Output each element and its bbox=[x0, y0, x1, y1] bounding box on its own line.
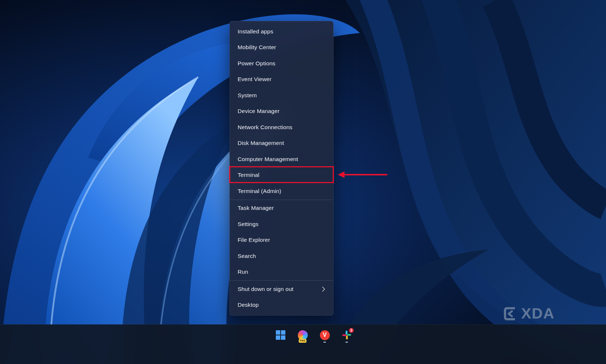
start-button[interactable] bbox=[272, 327, 289, 343]
winx-menu: Installed appsMobility CenterPower Optio… bbox=[230, 21, 333, 316]
menu-item-file-explorer[interactable]: File Explorer bbox=[230, 232, 333, 248]
menu-item-computer-management[interactable]: Computer Management bbox=[230, 151, 333, 167]
menu-item-search[interactable]: Search bbox=[230, 248, 333, 264]
menu-item-terminal[interactable]: Terminal bbox=[230, 167, 333, 183]
taskbar-icon-group: PRE V 3 bbox=[272, 327, 355, 343]
menu-item-run[interactable]: Run bbox=[230, 264, 333, 280]
slack-notification-badge: 3 bbox=[348, 327, 354, 334]
menu-item-label: Terminal (Admin) bbox=[238, 188, 327, 194]
copilot-pre-badge: PRE bbox=[299, 339, 306, 343]
menu-item-device-manager[interactable]: Device Manager bbox=[230, 103, 333, 120]
vivaldi-icon: V bbox=[320, 330, 330, 340]
menu-item-shut-down-or-sign-out[interactable]: Shut down or sign out bbox=[230, 281, 333, 297]
menu-item-label: Event Viewer bbox=[238, 76, 327, 83]
menu-item-label: Network Connections bbox=[238, 124, 327, 131]
menu-item-label: File Explorer bbox=[238, 237, 327, 243]
chevron-right-icon bbox=[322, 287, 325, 292]
menu-item-label: Settings bbox=[238, 221, 327, 228]
copilot-button[interactable]: PRE bbox=[294, 327, 311, 343]
menu-item-label: Power Options bbox=[238, 60, 327, 67]
menu-item-settings[interactable]: Settings bbox=[230, 216, 333, 232]
menu-item-system[interactable]: System bbox=[230, 87, 333, 103]
menu-item-label: Run bbox=[238, 269, 327, 275]
menu-item-label: Device Manager bbox=[238, 108, 327, 114]
menu-item-label: Shut down or sign out bbox=[238, 286, 322, 292]
menu-item-label: Desktop bbox=[238, 302, 327, 308]
menu-item-task-manager[interactable]: Task Manager bbox=[230, 200, 333, 216]
menu-separator bbox=[230, 200, 333, 200]
menu-item-label: Computer Management bbox=[238, 156, 327, 163]
menu-item-power-options[interactable]: Power Options bbox=[230, 55, 333, 72]
menu-item-label: Installed apps bbox=[238, 28, 327, 35]
copilot-icon bbox=[298, 330, 308, 340]
menu-item-network-connections[interactable]: Network Connections bbox=[230, 119, 333, 135]
menu-separator bbox=[230, 280, 333, 281]
menu-item-label: Task Manager bbox=[238, 205, 327, 211]
menu-item-label: Mobility Center bbox=[238, 44, 327, 51]
menu-item-label: Terminal bbox=[238, 172, 327, 178]
running-indicator bbox=[324, 342, 326, 343]
menu-item-desktop[interactable]: Desktop bbox=[230, 297, 333, 313]
menu-item-label: Search bbox=[238, 253, 327, 259]
windows-start-icon bbox=[276, 330, 285, 340]
menu-item-label: Disk Management bbox=[238, 140, 327, 146]
taskbar: PRE V 3 bbox=[0, 324, 606, 364]
menu-item-terminal-admin[interactable]: Terminal (Admin) bbox=[230, 183, 333, 199]
running-indicator bbox=[346, 342, 348, 343]
menu-item-label: System bbox=[238, 92, 327, 99]
vivaldi-button[interactable]: V bbox=[316, 327, 333, 343]
menu-item-disk-management[interactable]: Disk Management bbox=[230, 135, 333, 152]
menu-item-mobility-center[interactable]: Mobility Center bbox=[230, 40, 333, 56]
menu-item-installed-apps[interactable]: Installed apps bbox=[230, 23, 333, 40]
slack-button[interactable]: 3 bbox=[338, 327, 355, 343]
menu-item-event-viewer[interactable]: Event Viewer bbox=[230, 72, 333, 88]
